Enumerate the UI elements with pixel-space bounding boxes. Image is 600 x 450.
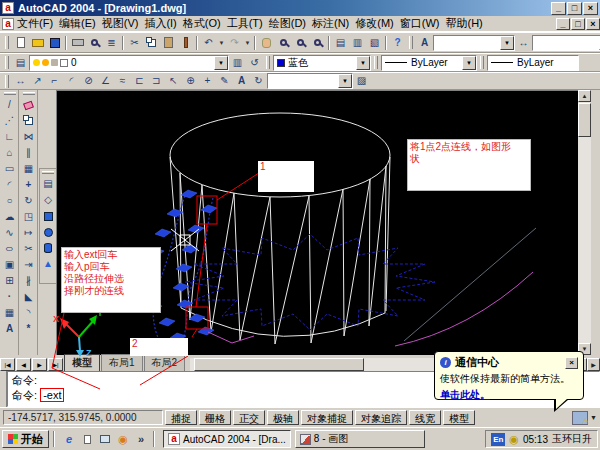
new-button[interactable] [12, 35, 29, 51]
grid-toggle[interactable]: 栅格 [199, 410, 231, 425]
spline-button[interactable]: ∿ [1, 225, 18, 241]
revision-cloud-button[interactable]: ☁ [1, 209, 18, 225]
status-tray-chevron-icon[interactable]: ▼ [590, 414, 597, 421]
task-paint[interactable]: 8 - 画图 [295, 430, 425, 448]
document-icon[interactable]: a [2, 18, 14, 30]
paste-button[interactable] [160, 35, 177, 51]
model-space-toggle[interactable]: 模型 [443, 410, 475, 425]
doc-minimize-button[interactable]: _ [556, 18, 570, 30]
zoom-previous-button[interactable] [309, 35, 326, 51]
tab-layout2[interactable]: 布局2 [144, 354, 186, 371]
snap-toggle[interactable]: 捕捉 [165, 410, 197, 425]
drawing-canvas[interactable] [56, 90, 578, 355]
chevron-down-icon[interactable]: ▼ [356, 56, 370, 70]
tab-model[interactable]: 模型 [64, 354, 100, 371]
ortho-toggle[interactable]: 正交 [233, 410, 265, 425]
dim-style-flyout-button[interactable]: ↔ [515, 35, 532, 51]
canvas-vertical-scrollbar[interactable]: ▲ ▼ [578, 90, 591, 355]
continue-dimension-button[interactable]: ⊐ [148, 73, 165, 89]
polygon-button[interactable]: ⌂ [1, 145, 18, 161]
properties-palette-button[interactable]: ▤ [332, 35, 349, 51]
dimension-update-button[interactable]: ↻ [250, 73, 267, 89]
tool-palettes-button[interactable]: ▧ [366, 35, 383, 51]
mirror-button[interactable]: ⋈ [20, 129, 37, 145]
otrack-toggle[interactable]: 对象追踪 [355, 410, 407, 425]
vertical-scroll-thumb[interactable] [578, 103, 591, 137]
dim-style-manager-button[interactable]: ▨ [353, 73, 370, 89]
lineweight-combo[interactable]: ByLayer [487, 55, 579, 71]
restore-button[interactable]: □ [567, 2, 582, 15]
redo-dropdown[interactable]: ▼ [243, 35, 252, 51]
outlook-quicklaunch-icon[interactable] [79, 431, 95, 447]
dimension-edit-button[interactable]: ✎ [216, 73, 233, 89]
named-views-button[interactable]: ▤ [40, 176, 57, 192]
bubble-close-icon[interactable]: × [565, 357, 578, 369]
language-indicator[interactable]: En [491, 433, 505, 446]
communication-center-icon[interactable]: ⚠ [572, 411, 588, 425]
dim-style-combo-top[interactable]: ▼ [532, 35, 600, 51]
zoom-realtime-button[interactable] [275, 35, 292, 51]
tab-next-icon[interactable]: ▶ [32, 358, 47, 371]
angular-dimension-button[interactable]: ∠ [97, 73, 114, 89]
dimension-text-edit-button[interactable]: A [233, 73, 250, 89]
dim-style-combo[interactable]: ▼ [267, 73, 353, 89]
bubble-link[interactable]: 单击此处。 [440, 389, 490, 400]
scale-button[interactable]: ◳ [20, 209, 37, 225]
undo-button[interactable]: ↶ [200, 35, 217, 51]
menu-edit[interactable]: 编辑(E) [56, 15, 99, 32]
layer-states-button[interactable]: ▥ [229, 55, 246, 71]
solid-cylinder-button[interactable] [40, 240, 57, 256]
lineweight-toggle[interactable]: 线宽 [409, 410, 441, 425]
menu-help[interactable]: 帮助(H) [443, 15, 486, 32]
menu-draw[interactable]: 绘图(D) [266, 15, 309, 32]
radius-dimension-button[interactable]: ◜ [63, 73, 80, 89]
toolbar-grip[interactable] [266, 56, 270, 69]
cut-button[interactable]: ✂ [126, 35, 143, 51]
ime-tray-icon[interactable]: ◉ [509, 433, 519, 446]
quick-leader-button[interactable]: ↖ [165, 73, 182, 89]
toolbar-grip[interactable] [409, 36, 413, 49]
menu-modify[interactable]: 修改(M) [352, 15, 397, 32]
ime-name[interactable]: 玉环日升 [552, 432, 592, 446]
layer-combo[interactable]: 0 ▼ [29, 55, 229, 71]
toolbar-grip[interactable] [23, 92, 35, 95]
menu-view[interactable]: 视图(V) [99, 15, 142, 32]
match-properties-button[interactable] [177, 35, 194, 51]
chamfer-button[interactable]: ◣ [20, 289, 37, 305]
tab-last-icon[interactable]: ▶| [48, 358, 63, 371]
undo-dropdown[interactable]: ▼ [217, 35, 226, 51]
osnap-toggle[interactable]: 对象捕捉 [301, 410, 353, 425]
quicklaunch-more-chevron[interactable]: » [133, 431, 149, 447]
break-button[interactable]: ∦ [20, 273, 37, 289]
publish-button[interactable]: ≣ [103, 35, 120, 51]
extend-button[interactable]: ⇥ [20, 257, 37, 273]
command-grip[interactable] [0, 371, 7, 407]
color-combo[interactable]: 蓝色 ▼ [273, 55, 371, 71]
pan-realtime-button[interactable] [258, 35, 275, 51]
autocad-app-icon[interactable]: a [2, 2, 14, 14]
copy-object-button[interactable] [20, 113, 37, 129]
solid-sphere-button[interactable] [40, 224, 57, 240]
trim-button[interactable]: ✂ [20, 241, 37, 257]
menu-tools[interactable]: 工具(T) [224, 15, 266, 32]
toolbar-grip[interactable] [4, 92, 16, 95]
tab-layout1[interactable]: 布局1 [101, 354, 143, 371]
fillet-button[interactable]: ◝ [20, 305, 37, 321]
insert-block-button[interactable]: ▣ [1, 257, 18, 273]
offset-button[interactable]: ∥ [20, 145, 37, 161]
clock[interactable]: 05:13 [523, 434, 548, 445]
horizontal-scroll-thumb[interactable] [194, 358, 364, 371]
toolbar-grip[interactable] [5, 75, 9, 88]
toolbar-grip[interactable] [5, 56, 9, 69]
toolbar-grip[interactable] [480, 56, 484, 69]
close-button[interactable]: × [583, 2, 598, 15]
ie-quicklaunch-icon[interactable]: e [61, 431, 77, 447]
plot-button[interactable] [69, 35, 86, 51]
open-button[interactable] [29, 35, 46, 51]
polar-toggle[interactable]: 极轴 [267, 410, 299, 425]
hatch-button[interactable]: ▦ [1, 305, 18, 321]
polyline-button[interactable]: ∟ [1, 129, 18, 145]
linetype-combo[interactable]: ByLayer ▼ [381, 55, 477, 71]
show-desktop-icon[interactable] [97, 431, 113, 447]
circle-button[interactable]: ○ [1, 193, 18, 209]
